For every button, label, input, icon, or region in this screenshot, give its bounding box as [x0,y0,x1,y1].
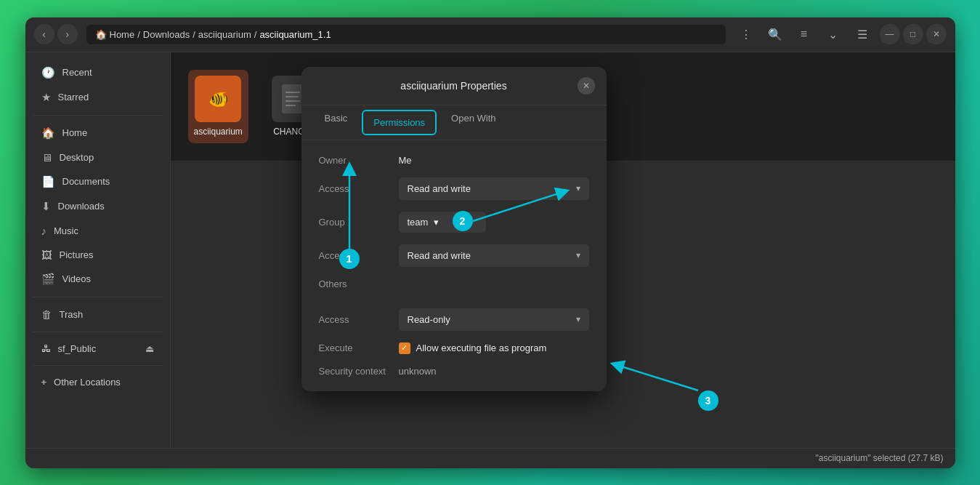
group-value: team [408,217,429,228]
content-wrapper: 🐠 asciiquarium [171,52,955,448]
sidebar-item-downloads[interactable]: ⬇ Downloads [30,195,166,218]
music-icon: ♪ [41,225,47,237]
security-row: Security context unknown [319,366,589,377]
group-access-select[interactable]: Read and write ▾ [399,244,589,267]
videos-icon: 🎬 [41,273,55,286]
close-button[interactable]: ✕ [926,24,947,44]
breadcrumb-current: asciiquarium_1.1 [259,29,331,40]
sidebar-item-desktop[interactable]: 🖥 Desktop [30,146,166,169]
grid-view-button[interactable]: ☰ [851,23,874,46]
sidebar-item-music[interactable]: ♪ Music [30,220,166,242]
forward-button[interactable]: › [57,24,78,44]
sidebar: 🕐 Recent ★ Starred 🏠 Home 🖥 Desktop 📄 Do… [25,52,171,448]
sidebar-item-label-home: Home [62,127,88,138]
security-value: unknown [399,366,437,377]
sidebar-item-sf-public[interactable]: 🖧 sf_Public ⏏ [30,338,166,359]
sidebar-divider-4 [33,365,163,366]
breadcrumb-seg1[interactable]: Downloads [143,29,190,40]
group-label: Group [319,217,399,228]
back-button[interactable]: ‹ [34,24,54,44]
execute-text: Allow executing file as program [416,342,547,353]
execute-label: Execute [319,342,399,353]
sidebar-item-label-music: Music [54,225,78,236]
breadcrumb-home[interactable]: Home [110,29,135,40]
home-icon: 🏠 [41,127,55,140]
nav-buttons: ‹ › [34,24,78,44]
sf-public-icon: 🖧 [41,343,51,354]
sidebar-item-documents[interactable]: 📄 Documents [30,170,166,193]
sidebar-divider-3 [33,332,163,332]
documents-icon: 📄 [41,175,55,188]
sidebar-item-label-videos: Videos [62,273,92,284]
search-button[interactable]: 🔍 [764,23,787,46]
breadcrumb-sep1: / [137,29,140,40]
tab-basic[interactable]: Basic [313,105,360,140]
breadcrumb-seg2[interactable]: asciiquarium [198,29,251,40]
owner-value: Me [399,155,412,166]
owner-access-select[interactable]: Read and write ▾ [399,177,589,200]
tab-permissions[interactable]: Permissions [362,110,437,135]
sidebar-item-starred[interactable]: ★ Starred [30,86,166,109]
tab-openwith[interactable]: Open With [440,105,507,140]
annotation-2: 2 [453,211,473,231]
trash-icon: 🗑 [41,308,52,321]
security-label: Security context [319,366,399,377]
maximize-button[interactable]: □ [903,24,923,44]
owner-label: Owner [319,155,399,166]
execute-checkbox-area: ✓ Allow executing file as program [399,342,547,354]
properties-dialog: asciiquarium Properties ✕ Basic Permissi… [301,67,607,391]
sf-public-left: 🖧 sf_Public [41,343,97,354]
others-access-chevron: ▾ [576,314,580,324]
execute-checkbox[interactable]: ✓ [399,342,410,354]
annotation-3: 3 [698,390,718,411]
sidebar-divider-1 [33,115,163,116]
minimize-button[interactable]: — [880,24,900,44]
other-locations-icon: + [41,377,47,388]
sidebar-item-recent[interactable]: 🕐 Recent [30,61,166,84]
downloads-icon: ⬇ [41,200,51,213]
sidebar-item-label-trash: Trash [60,309,84,320]
sidebar-item-label-desktop: Desktop [60,152,94,163]
group-select[interactable]: team ▾ [399,212,486,233]
owner-access-row: Access Read and write ▾ [319,177,589,200]
owner-access-chevron: ▾ [576,183,580,193]
main-area: 🕐 Recent ★ Starred 🏠 Home 🖥 Desktop 📄 Do… [25,52,955,448]
sidebar-item-pictures[interactable]: 🖼 Pictures [30,244,166,266]
sidebar-item-label-documents: Documents [62,176,110,187]
pictures-icon: 🖼 [41,249,52,261]
sidebar-item-label-starred: Starred [58,92,89,103]
execute-row: Execute ✓ Allow executing file as progra… [319,342,589,354]
others-section-label: Others [319,278,399,289]
sidebar-item-label-sf-public: sf_Public [58,343,97,354]
dialog-close-button[interactable]: ✕ [578,77,595,95]
toolbar-actions: ⋮ 🔍 ≡ ⌄ ☰ [734,23,874,46]
sidebar-item-videos[interactable]: 🎬 Videos [30,268,166,291]
sidebar-item-label-recent: Recent [62,67,92,78]
list-view-button[interactable]: ≡ [793,23,816,46]
menu-button[interactable]: ⋮ [734,23,758,46]
owner-access-label: Access [319,183,399,194]
eject-icon[interactable]: ⏏ [145,343,154,354]
sidebar-item-home[interactable]: 🏠 Home [30,121,166,145]
dialog-tabs: Basic Permissions Open With [301,105,607,140]
dialog-titlebar: asciiquarium Properties ✕ [301,67,607,105]
file-manager-window: ‹ › 🏠 Home / Downloads / asciiquarium / … [25,17,955,468]
group-chevron: ▾ [434,217,439,228]
others-access-select[interactable]: Read-only ▾ [399,308,589,331]
statusbar: "asciiquarium" selected (27.7 kB) [25,448,955,468]
sidebar-divider-2 [33,297,163,297]
breadcrumb-sep2: / [193,29,195,40]
sidebar-item-other-locations[interactable]: + Other Locations [30,372,166,393]
sidebar-item-trash[interactable]: 🗑 Trash [30,303,166,326]
breadcrumb-home-icon: 🏠 [95,29,107,40]
sidebar-item-label-downloads: Downloads [58,201,105,212]
others-access-row: Access Read-only ▾ [319,308,589,331]
statusbar-text: "asciiquarium" selected (27.7 kB) [816,453,944,463]
desktop-icon: 🖥 [41,151,52,164]
group-access-chevron: ▾ [576,250,580,260]
others-section-row: Others [319,278,589,297]
breadcrumb: 🏠 Home / Downloads / asciiquarium / asci… [86,25,726,44]
recent-icon: 🕐 [41,66,55,79]
view-toggle-button[interactable]: ⌄ [822,23,845,46]
sidebar-item-label-pictures: Pictures [60,249,94,260]
